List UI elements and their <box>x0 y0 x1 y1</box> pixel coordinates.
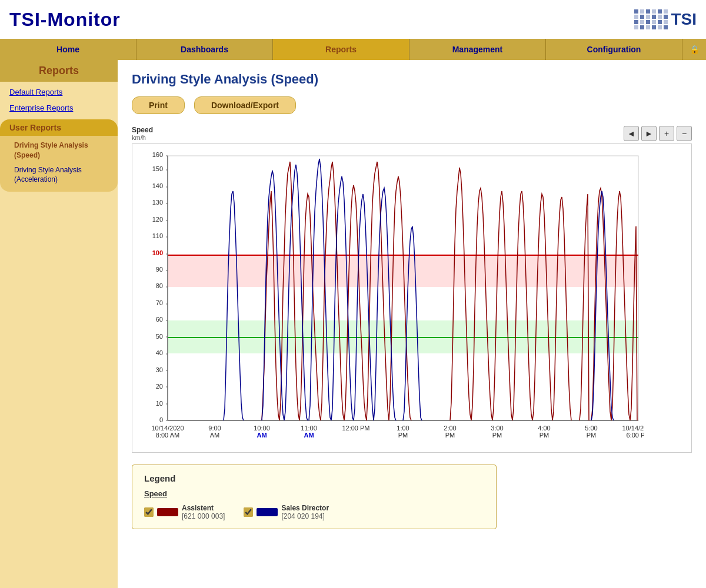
chart-prev-button[interactable]: ◄ <box>624 126 639 141</box>
sidebar-item-enterprise-reports[interactable]: Enterprise Reports <box>0 100 118 116</box>
svg-text:30: 30 <box>156 366 163 373</box>
svg-text:PM: PM <box>398 432 408 439</box>
print-button[interactable]: Print <box>132 96 185 114</box>
main-nav: Home Dashboards Reports Management Confi… <box>0 39 706 60</box>
nav-item-home[interactable]: Home <box>0 39 136 60</box>
chart-zoom-out-button[interactable]: − <box>677 126 692 141</box>
svg-text:130: 130 <box>152 199 163 206</box>
svg-text:90: 90 <box>156 266 163 273</box>
page-title: Driving Style Analysis (Speed) <box>132 72 692 87</box>
svg-text:0: 0 <box>159 416 163 423</box>
nav-item-configuration[interactable]: Configuration <box>546 39 682 60</box>
sidebar-item-driving-speed[interactable]: Driving Style Analysis (Speed) <box>0 138 118 163</box>
logo-area: TSI <box>626 5 697 34</box>
sidebar: Reports Default Reports Enterprise Repor… <box>0 60 118 588</box>
svg-text:100: 100 <box>152 249 163 256</box>
svg-text:150: 150 <box>152 165 163 172</box>
svg-text:PM: PM <box>587 432 597 439</box>
chart-y-label: Speed <box>132 126 153 134</box>
legend-item-assistent: Assistent [621 000 003] <box>144 504 225 520</box>
svg-text:3:00: 3:00 <box>491 425 503 432</box>
svg-rect-1 <box>168 156 638 420</box>
chart-svg: 0 10 20 30 40 50 60 70 <box>132 144 644 450</box>
chart-y-unit: km/h <box>132 134 153 141</box>
nav-item-reports[interactable]: Reports <box>273 39 409 60</box>
legend-checkbox-sales-director[interactable] <box>244 507 253 517</box>
sidebar-section-user-reports: User Reports <box>0 119 118 136</box>
svg-text:10/14/2020: 10/14/2020 <box>151 425 184 432</box>
svg-text:110: 110 <box>152 232 163 239</box>
logo-dots <box>634 9 668 29</box>
x-axis-labels: 10/14/2020 8:00 AM 9:00 AM 10:00 AM 11:0… <box>151 425 644 439</box>
svg-text:50: 50 <box>156 333 163 340</box>
sidebar-item-driving-acceleration[interactable]: Driving Style Analysis (Acceleration) <box>0 163 118 188</box>
sidebar-sub-items: Driving Style Analysis (Speed) Driving S… <box>0 136 118 192</box>
svg-text:120: 120 <box>152 216 163 223</box>
chart-next-button[interactable]: ► <box>641 126 657 141</box>
svg-text:20: 20 <box>156 383 163 390</box>
svg-text:AM: AM <box>257 432 267 439</box>
svg-text:60: 60 <box>156 316 163 323</box>
chart-container: Speed km/h ◄ ► + − <box>132 126 692 453</box>
svg-text:10:00: 10:00 <box>254 425 270 432</box>
legend-subtitle: Speed <box>144 489 484 498</box>
svg-text:12:00 PM: 12:00 PM <box>342 425 369 432</box>
sidebar-header: Reports <box>0 60 118 82</box>
legend-checkbox-assistent[interactable] <box>144 507 154 517</box>
legend-id-assistent: [621 000 003] <box>182 512 225 520</box>
svg-text:11:00: 11:00 <box>301 425 317 432</box>
legend-box: Legend Speed Assistent [621 000 003] Sal… <box>132 465 497 529</box>
nav-item-management[interactable]: Management <box>409 39 546 60</box>
svg-text:AM: AM <box>210 432 220 439</box>
svg-text:5:00: 5:00 <box>585 425 597 432</box>
svg-text:160: 160 <box>152 151 163 158</box>
y-axis: 0 10 20 30 40 50 60 70 <box>152 151 168 423</box>
svg-text:AM: AM <box>304 432 314 439</box>
chart-header: Speed km/h ◄ ► + − <box>132 126 692 141</box>
svg-text:40: 40 <box>156 349 163 356</box>
svg-text:4:00: 4:00 <box>538 425 550 432</box>
svg-text:80: 80 <box>156 282 163 289</box>
legend-color-assistent <box>157 508 178 516</box>
svg-text:1:00: 1:00 <box>397 425 409 432</box>
legend-items: Assistent [621 000 003] Sales Director [… <box>144 504 484 520</box>
legend-color-sales-director <box>257 508 278 516</box>
chart-svg-wrapper: 0 10 20 30 40 50 60 70 <box>132 143 692 453</box>
nav-item-dashboards[interactable]: Dashboards <box>136 39 273 60</box>
nav-lock-icon[interactable]: 🔒 <box>682 39 706 60</box>
svg-text:10/14/2020: 10/14/2020 <box>622 425 644 432</box>
svg-text:6:00 PM: 6:00 PM <box>627 432 644 439</box>
svg-text:70: 70 <box>156 299 163 306</box>
svg-text:PM: PM <box>492 432 502 439</box>
svg-text:10: 10 <box>156 400 163 407</box>
app-title: TSI-Monitor <box>9 9 121 31</box>
legend-name-assistent: Assistent <box>182 504 225 512</box>
svg-text:PM: PM <box>540 432 550 439</box>
chart-zoom-in-button[interactable]: + <box>659 126 674 141</box>
legend-id-sales-director: [204 020 194] <box>281 512 329 520</box>
svg-text:9:00: 9:00 <box>208 425 221 432</box>
svg-text:8:00 AM: 8:00 AM <box>156 432 179 439</box>
export-button[interactable]: Download/Export <box>194 96 296 114</box>
legend-item-sales-director: Sales Director [204 020 194] <box>244 504 329 520</box>
toolbar: Print Download/Export <box>132 96 692 114</box>
svg-text:140: 140 <box>152 182 163 189</box>
svg-text:PM: PM <box>445 432 455 439</box>
main-layout: Reports Default Reports Enterprise Repor… <box>0 60 706 588</box>
legend-name-sales-director: Sales Director <box>281 504 329 512</box>
main-content: Driving Style Analysis (Speed) Print Dow… <box>118 60 706 588</box>
svg-text:2:00: 2:00 <box>444 425 456 432</box>
app-header: TSI-Monitor TSI <box>0 0 706 39</box>
chart-y-label-group: Speed km/h <box>132 126 153 141</box>
chart-controls: ◄ ► + − <box>624 126 692 141</box>
sidebar-item-default-reports[interactable]: Default Reports <box>0 84 118 100</box>
legend-title: Legend <box>144 473 484 483</box>
logo-text: TSI <box>671 10 697 29</box>
